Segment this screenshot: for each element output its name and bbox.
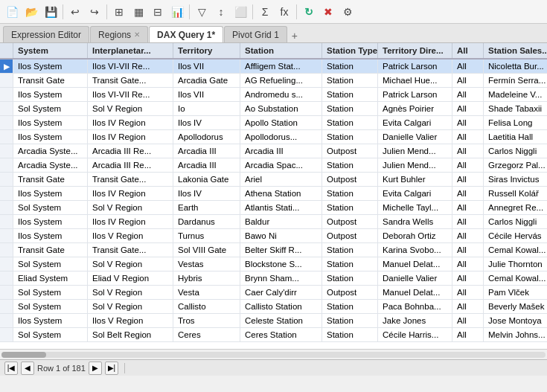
tab-dax-query[interactable]: DAX Query 1* (149, 26, 223, 42)
save-btn[interactable]: 💾 (42, 3, 60, 21)
col-header-system[interactable]: System (13, 43, 88, 58)
filter-btn[interactable]: ▽ (193, 3, 211, 21)
col-header-station-sales[interactable]: Station Sales... ▶ (484, 43, 547, 58)
nav-next-btn[interactable]: ▶ (89, 362, 102, 375)
table-row[interactable]: Ilos System Ilos IV Region Apollodorus A… (0, 130, 547, 144)
grid-btn[interactable]: ⊞ (110, 3, 128, 21)
open-btn[interactable]: 📂 (22, 3, 40, 21)
row-indicator (0, 187, 13, 200)
cell-interplanetary: Transit Gate... (88, 74, 173, 87)
cell-system: Arcadia Syste... (13, 144, 88, 158)
cell-interplanetary: Transit Gate... (88, 243, 173, 257)
scrollbar-track[interactable] (1, 352, 546, 358)
nav-prev-btn[interactable]: ◀ (21, 362, 34, 375)
col-header-station[interactable]: Station (240, 43, 322, 58)
table-row[interactable]: Transit Gate Transit Gate... Sol VIII Ga… (0, 243, 547, 257)
settings-btn[interactable]: ⚙ (339, 3, 356, 21)
status-bar: |◀ ◀ Row 1 of 181 ▶ ▶| (0, 359, 547, 376)
tab-pivot-grid[interactable]: Pivot Grid 1 (224, 26, 287, 42)
table-row[interactable]: Ilos System Ilos V Region Turnus Bawo Ni… (0, 229, 547, 243)
tab-add-button[interactable]: + (288, 29, 301, 42)
cell-territory-dir: Danielle Valier (378, 271, 452, 285)
cell-station: Celeste Station (240, 314, 322, 327)
col-header-station-type[interactable]: Station Type (322, 43, 378, 58)
cell-station: Brynn Sham... (240, 271, 322, 285)
cell-territory: Vestas (173, 257, 240, 271)
table-row[interactable]: Ilos System Ilos IV Region Ilos IV Apoll… (0, 116, 547, 130)
col-header-interplanetary[interactable]: Interplanetar... (88, 43, 173, 58)
sep5 (296, 4, 297, 19)
table-row[interactable]: Sol System Sol Belt Region Ceres Ceres S… (0, 328, 547, 342)
cell-territory-dir: Michael Hue... (378, 74, 452, 87)
cell-all: All (452, 102, 484, 115)
cell-system: Ilos System (13, 60, 88, 73)
redo-btn[interactable]: ↪ (86, 3, 103, 21)
sort-btn[interactable]: ↕ (212, 3, 230, 21)
sep4 (252, 4, 253, 19)
cell-station-type: Station (322, 201, 378, 214)
col-header-territory-dir[interactable]: Territory Dire... (378, 43, 452, 58)
nav-first-btn[interactable]: |◀ (4, 362, 18, 375)
nav-last-btn[interactable]: ▶| (105, 362, 118, 375)
table-row[interactable]: Sol System Sol V Region Vestas Blockston… (0, 257, 547, 271)
cell-all: All (452, 60, 484, 73)
cell-all: All (452, 314, 484, 327)
row-indicator (0, 158, 13, 172)
table-row[interactable]: Ilos System Ilos V Region Tros Celeste S… (0, 314, 547, 328)
table-row[interactable]: ▶ Ilos System Ilos VI-VII Re... Ilos VII… (0, 60, 547, 74)
chart-btn[interactable]: 📊 (168, 3, 186, 21)
cell-station-type: Station (322, 271, 378, 285)
cell-system: Sol System (13, 257, 88, 271)
cell-station-sales: Carlos Niggli (484, 215, 547, 228)
table-row[interactable]: Ilos System Ilos IV Region Ilos IV Athen… (0, 187, 547, 201)
cell-system: Eliad System (13, 271, 88, 285)
cell-all: All (452, 229, 484, 242)
grid-body[interactable]: ▶ Ilos System Ilos VI-VII Re... Ilos VII… (0, 60, 547, 349)
cell-station-type: Outpost (322, 144, 378, 158)
cell-station: Atlantis Stati... (240, 201, 322, 214)
table-row[interactable]: Arcadia Syste... Arcadia III Re... Arcad… (0, 144, 547, 158)
table-row[interactable]: Sol System Sol V Region Vesta Caer Caly'… (0, 286, 547, 300)
cell-territory: Ilos VII (173, 60, 240, 73)
tab-regions[interactable]: Regions ✕ (90, 26, 148, 42)
cell-all: All (452, 286, 484, 299)
tab-expression-editor[interactable]: Expression Editor (3, 26, 89, 42)
cell-territory: Hybris (173, 271, 240, 285)
col-header-all[interactable]: All (452, 43, 484, 58)
col-header-territory[interactable]: Territory (173, 43, 240, 58)
table-row[interactable]: Sol System Sol V Region Earth Atlantis S… (0, 201, 547, 215)
table-row[interactable]: Sol System Sol V Region Callisto Callist… (0, 300, 547, 314)
cell-system: Ilos System (13, 130, 88, 144)
refresh-btn[interactable]: ↻ (300, 3, 318, 21)
table-btn[interactable]: ▦ (129, 3, 147, 21)
cell-territory: Arcadia Gate (173, 74, 240, 87)
cell-all: All (452, 187, 484, 200)
cell-all: All (452, 158, 484, 172)
table-row[interactable]: Ilos System Ilos VI-VII Re... Ilos VII A… (0, 88, 547, 102)
group-btn[interactable]: ⬜ (231, 3, 249, 21)
pivot-btn[interactable]: ⊟ (149, 3, 167, 21)
cell-territory: Callisto (173, 300, 240, 313)
cell-territory-dir: Julien Mend... (378, 144, 452, 158)
table-row[interactable]: Transit Gate Transit Gate... Arcadia Gat… (0, 74, 547, 88)
sep1 (63, 4, 63, 19)
format-btn[interactable]: Σ (256, 3, 274, 21)
table-row[interactable]: Sol System Sol V Region Io Ao Substation… (0, 102, 547, 116)
tab-regions-close[interactable]: ✕ (134, 30, 140, 39)
horizontal-scrollbar[interactable] (0, 349, 547, 359)
cell-station: Ariel (240, 173, 322, 186)
calc-btn[interactable]: fx (275, 3, 293, 21)
scrollbar-thumb[interactable] (1, 352, 46, 358)
table-row[interactable]: Eliad System Eliad V Region Hybris Brynn… (0, 271, 547, 286)
undo-btn[interactable]: ↩ (66, 3, 84, 21)
tab-dax-query-label: DAX Query 1* (157, 30, 215, 40)
stop-btn[interactable]: ✖ (319, 3, 337, 21)
cell-system: Sol System (13, 102, 88, 115)
cell-territory: Ceres (173, 328, 240, 341)
new-btn[interactable]: 📄 (3, 3, 21, 21)
table-row[interactable]: Arcadia Syste... Arcadia III Re... Arcad… (0, 158, 547, 173)
table-row[interactable]: Ilos System Ilos IV Region Dardanus Bald… (0, 215, 547, 229)
cell-station-type: Station (322, 187, 378, 200)
table-row[interactable]: Transit Gate Transit Gate... Lakonia Gat… (0, 173, 547, 187)
cell-territory-dir: Michelle Tayl... (378, 201, 452, 214)
